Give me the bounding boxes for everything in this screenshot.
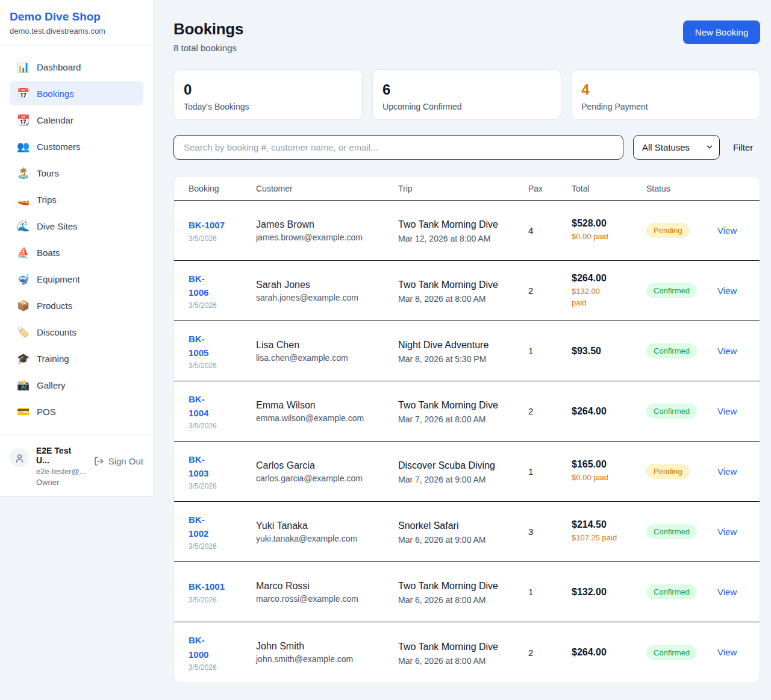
app-root: Demo Dive Shop demo.test.divestreams.com…	[0, 0, 771, 700]
sidebar-item-pos[interactable]: 💳 POS	[10, 399, 143, 423]
speedboat-icon: 🚤	[17, 193, 29, 206]
total-cell: $264.00	[572, 406, 646, 417]
status-cell: Confirmed	[646, 404, 717, 419]
sidebar-item-bookings[interactable]: 📅 Bookings	[10, 81, 143, 105]
booking-id-link[interactable]: BK-1003	[189, 452, 215, 481]
customer-email: yuki.tanaka@example.com	[256, 534, 390, 543]
sidebar-item-trips[interactable]: 🚤 Trips	[10, 187, 143, 211]
stat-value: 4	[581, 81, 750, 98]
user-icon	[14, 453, 25, 463]
total-cell: $165.00 $0.00 paid	[572, 459, 646, 483]
sidebar-item-label: Dashboard	[37, 62, 81, 72]
trip-datetime: Mar 6, 2026 at 8:00 AM	[398, 656, 520, 666]
customer-cell: Lisa Chen lisa.chen@example.com	[256, 340, 398, 363]
booking-id-link[interactable]: BK-1007	[189, 218, 225, 232]
booking-id-link[interactable]: BK-1001	[189, 580, 225, 593]
view-link[interactable]: View	[717, 587, 737, 597]
total-amount: $93.50	[572, 346, 638, 357]
booking-id-link[interactable]: BK-1004	[189, 392, 215, 420]
column-header-total: Total	[572, 184, 646, 193]
package-icon: 📦	[17, 299, 29, 312]
trip-name: Two Tank Morning Dive	[398, 217, 520, 232]
new-booking-button[interactable]: New Booking	[683, 20, 760, 44]
customer-name: Marco Rossi	[256, 581, 390, 592]
booking-date: 3/5/2026	[189, 542, 248, 551]
booking-id-link[interactable]: BK-1006	[189, 272, 215, 300]
trip-name: Night Dive Adventure	[398, 338, 520, 352]
total-cell: $528.00 $0.00 paid	[572, 218, 646, 242]
stats-row: 0 Today's Bookings 6 Upcoming Confirmed …	[173, 69, 760, 120]
view-link[interactable]: View	[717, 346, 737, 356]
booking-cell: BK-1001 3/5/2026	[189, 580, 256, 604]
sidebar-item-customers[interactable]: 👥 Customers	[10, 134, 143, 158]
paid-amount: $107.25 paid	[572, 533, 617, 543]
booking-id-link[interactable]: BK-1005	[189, 332, 215, 360]
total-amount: $132.00	[572, 587, 638, 598]
booking-date: 3/5/2026	[189, 234, 248, 243]
status-cell: Confirmed	[646, 645, 717, 660]
wave-icon: 🌊	[17, 220, 29, 233]
stat-label: Upcoming Confirmed	[382, 102, 551, 111]
booking-id-link[interactable]: BK-1000	[189, 633, 215, 661]
sidebar-item-products[interactable]: 📦 Products	[10, 293, 143, 317]
booking-date: 3/5/2026	[189, 422, 248, 430]
sidebar-item-training[interactable]: 🎓 Training	[10, 346, 143, 370]
customer-cell: James Brown james.brown@example.com	[256, 219, 398, 242]
sidebar-item-dashboard[interactable]: 📊 Dashboard	[10, 55, 143, 79]
status-badge: Pending	[646, 464, 690, 479]
total-cell: $264.00	[572, 647, 646, 658]
view-link[interactable]: View	[717, 225, 737, 236]
view-link[interactable]: View	[717, 647, 737, 657]
sidebar-item-label: Bookings	[37, 89, 74, 99]
booking-id-link[interactable]: BK-1002	[189, 513, 215, 541]
trip-cell: Two Tank Morning Dive Mar 8, 2026 at 8:0…	[398, 278, 528, 304]
search-input[interactable]	[173, 135, 623, 160]
trip-cell: Night Dive Adventure Mar 8, 2026 at 5:30…	[398, 338, 528, 364]
status-cell: Confirmed	[646, 343, 717, 358]
status-cell: Confirmed	[646, 524, 717, 539]
status-select[interactable]: All Statuses	[633, 135, 720, 160]
sign-out-button[interactable]: Sign Out	[94, 456, 143, 466]
booking-cell: BK-1006 3/5/2026	[189, 272, 256, 310]
table-row: BK-1005 3/5/2026 Lisa Chen lisa.chen@exa…	[174, 321, 760, 381]
user-role: Owner	[36, 478, 87, 487]
trip-name: Two Tank Morning Dive	[398, 640, 520, 654]
sidebar-item-dive-sites[interactable]: 🌊 Dive Sites	[10, 214, 143, 238]
view-link[interactable]: View	[717, 466, 737, 477]
sidebar-item-discounts[interactable]: 🏷️ Discounts	[10, 320, 143, 344]
status-cell: Confirmed	[646, 283, 717, 298]
total-amount: $165.00	[572, 459, 638, 470]
customer-cell: Emma Wilson emma.wilson@example.com	[256, 400, 398, 423]
sidebar-item-label: Boats	[37, 248, 60, 258]
status-badge: Confirmed	[646, 645, 697, 660]
status-badge: Confirmed	[646, 343, 697, 358]
bookings-table: Booking Customer Trip Pax Total Status B…	[173, 176, 760, 683]
column-header-customer: Customer	[256, 184, 398, 193]
diving-mask-icon: 🤿	[17, 273, 29, 286]
sidebar-item-equipment[interactable]: 🤿 Equipment	[10, 267, 143, 291]
status-badge: Confirmed	[646, 524, 697, 539]
customer-cell: John Smith john.smith@example.com	[256, 641, 398, 664]
sidebar-item-calendar[interactable]: 📆 Calendar	[10, 108, 143, 132]
pax-count: 1	[528, 587, 572, 597]
sidebar-item-label: Customers	[37, 142, 81, 152]
sidebar-item-tours[interactable]: 🏝️ Tours	[10, 161, 143, 185]
view-link[interactable]: View	[717, 406, 737, 416]
customer-email: lisa.chen@example.com	[256, 353, 390, 363]
actions-cell: View	[717, 406, 745, 417]
calendar-icon: 📅	[17, 87, 29, 100]
view-link[interactable]: View	[717, 527, 737, 537]
sidebar-item-label: Calendar	[37, 115, 73, 125]
trip-cell: Two Tank Morning Dive Mar 12, 2026 at 8:…	[398, 217, 528, 243]
logout-icon	[94, 456, 104, 466]
sidebar-item-gallery[interactable]: 📸 Gallery	[10, 373, 143, 397]
stat-card-todays-bookings: 0 Today's Bookings	[173, 69, 363, 120]
paid-amount: $0.00 paid	[572, 472, 608, 483]
total-amount: $264.00	[572, 647, 638, 658]
pax-count: 3	[528, 527, 572, 537]
booking-date: 3/5/2026	[189, 361, 248, 370]
view-link[interactable]: View	[717, 286, 737, 296]
sidebar-item-boats[interactable]: ⛵ Boats	[10, 240, 143, 264]
customer-email: james.brown@example.com	[256, 233, 390, 242]
filter-button[interactable]: Filter	[729, 142, 760, 152]
